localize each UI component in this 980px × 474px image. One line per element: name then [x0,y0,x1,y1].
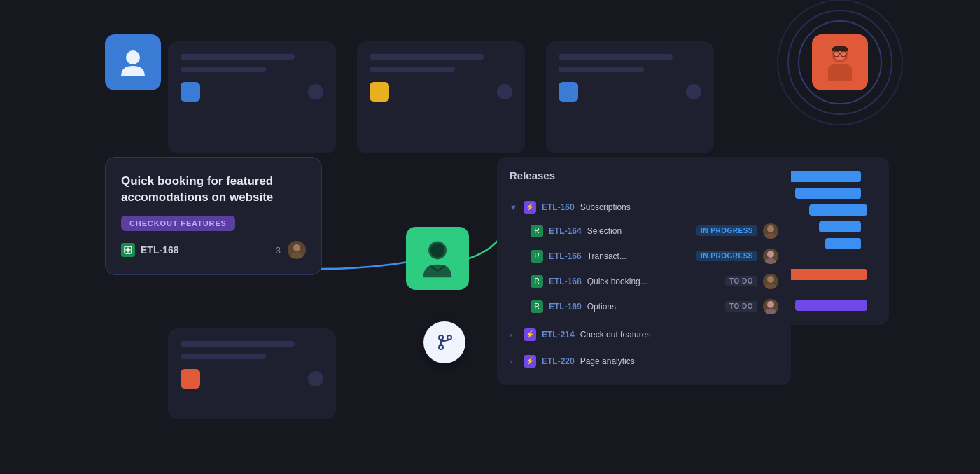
gantt-bar [825,238,862,249]
release-row-etl168[interactable]: R ETL-168 Quick booking... TO DO [518,269,791,294]
card-circle [497,84,512,99]
checkout-badge: CHECKOUT FEATURES [121,216,235,231]
assignee-avatar [288,241,306,259]
card-circle [686,84,701,99]
card-color-dot [559,82,578,102]
svg-point-0 [126,50,140,64]
release-name: Page analytics [580,356,778,366]
ticket-meta: 3 [276,241,306,259]
release-row-etl166[interactable]: R ETL-166 Transact... IN PROGRESS [518,244,791,269]
release-icon-purple: ⚡ [524,355,536,368]
card-circle [308,84,323,99]
card-circle [308,371,323,386]
card-color-dot [370,82,389,102]
tooltip-card: Quick booking for featured accomodations… [105,157,322,276]
release-name: Subscriptions [580,202,778,212]
card-bottom [559,82,701,102]
release-id: ETL-214 [542,330,575,340]
releases-title: Releases [497,169,791,190]
releases-panel: Releases ▼ ⚡ ETL-160 Subscriptions R ETL… [497,157,791,385]
card-line [181,341,295,347]
release-id: ETL-220 [542,356,575,366]
release-children: R ETL-164 Selection IN PROGRESS R ETL-16… [518,218,791,319]
assignee-avatar [763,274,778,289]
release-row-etl160[interactable]: ▼ ⚡ ETL-160 Subscriptions [497,196,791,218]
svg-point-7 [447,335,451,340]
card-line [370,67,455,72]
status-badge-in-progress: IN PROGRESS [696,225,757,236]
gantt-bar [795,188,862,199]
release-row-etl169[interactable]: R ETL-169 Options TO DO [518,294,791,319]
gantt-bar [795,300,867,311]
ticket-number: ETL-168 [141,244,178,256]
release-name: Check out features [580,330,778,340]
green-avatar [406,227,469,290]
blue-avatar [105,34,161,90]
release-icon-green: R [531,250,543,263]
release-id: ETL-168 [549,277,582,286]
comment-count: 3 [276,245,281,256]
svg-point-6 [439,345,443,349]
release-name: Quick booking... [587,277,720,286]
release-id: ETL-164 [549,226,582,236]
gantt-bar [819,221,861,232]
release-icon-green: R [531,300,543,313]
svg-point-14 [767,276,774,283]
orange-avatar-container [805,27,875,97]
svg-point-2 [293,244,300,251]
assignee-avatar [763,249,778,264]
card-2 [357,41,525,153]
release-icon-green: R [531,225,543,237]
status-badge-todo: TO DO [725,276,757,286]
ticket-row: ETL-168 3 [121,241,306,259]
svg-point-4 [430,243,444,257]
card-bottom [181,82,323,102]
ticket-id: ETL-168 [121,243,178,257]
expand-icon: › [510,357,518,365]
release-id: ETL-169 [549,302,582,312]
expand-icon: ▼ [510,203,518,211]
card-line [181,67,266,72]
release-id: ETL-166 [549,251,582,261]
card-line [181,354,266,359]
card-line [181,54,295,60]
orange-avatar [812,34,868,90]
svg-point-12 [767,225,774,232]
card-bottom [181,369,323,389]
release-icon-green: R [531,275,543,288]
git-circle-button[interactable] [424,321,465,363]
card-bottom [370,82,512,102]
assignee-avatar [763,299,778,314]
card-1 [168,41,336,153]
gantt-bar [809,204,867,216]
ticket-icon [121,243,135,257]
tooltip-title: Quick booking for featured accomodations… [121,173,306,207]
main-scene: Quick booking for featured accomodations… [105,20,875,454]
card-line [559,67,644,72]
card-3 [546,41,714,153]
release-row-etl164[interactable]: R ETL-164 Selection IN PROGRESS [518,218,791,244]
release-row-etl214[interactable]: › ⚡ ETL-214 Check out features [497,323,791,346]
status-badge-in-progress: IN PROGRESS [696,251,757,261]
status-badge-todo: TO DO [725,301,757,312]
release-icon-purple: ⚡ [524,328,536,341]
release-icon-purple: ⚡ [524,201,536,214]
release-row-etl220[interactable]: › ⚡ ETL-220 Page analytics [497,350,791,372]
card-color-dot [181,82,200,102]
svg-point-15 [767,301,774,308]
release-id: ETL-160 [542,202,575,212]
expand-icon: › [510,330,518,339]
card-line [559,54,673,60]
assignee-avatar [763,223,778,239]
card-4 [168,328,336,419]
release-name: Selection [587,226,691,236]
release-name: Options [587,302,720,312]
svg-point-5 [439,335,443,340]
svg-point-13 [767,251,774,258]
card-color-dot [181,369,200,389]
card-line [370,54,484,60]
release-name: Transact... [587,251,691,261]
